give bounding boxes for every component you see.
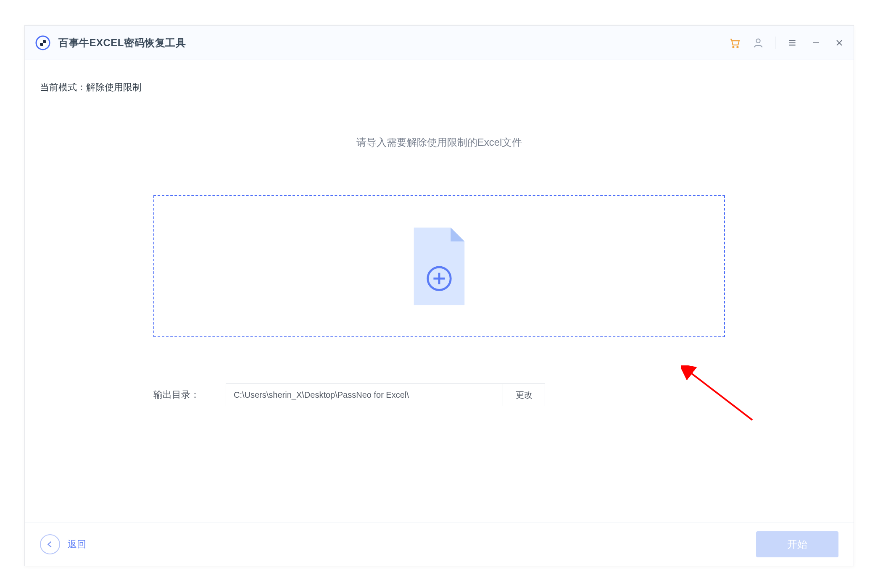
output-label: 输出目录：: [153, 388, 212, 401]
file-dropzone[interactable]: [153, 195, 725, 337]
output-field-group: 更改: [226, 383, 545, 406]
svg-point-4: [733, 46, 734, 47]
back-label: 返回: [68, 538, 86, 551]
output-path-input[interactable]: [226, 384, 503, 406]
mode-prefix: 当前模式：: [40, 82, 86, 92]
start-button[interactable]: 开始: [756, 531, 838, 557]
titlebar-actions: [728, 36, 846, 50]
file-add-icon: [410, 224, 469, 308]
main-content: 当前模式：解除使用限制 请导入需要解除使用限制的Excel文件 输出目录： 更改: [25, 60, 854, 522]
output-row: 输出目录： 更改: [153, 383, 725, 406]
back-arrow-icon: [40, 534, 60, 554]
app-logo-icon: [35, 35, 51, 51]
import-prompt: 请导入需要解除使用限制的Excel文件: [40, 136, 838, 149]
svg-rect-2: [40, 40, 43, 43]
cart-icon[interactable]: [728, 36, 741, 50]
titlebar: 百事牛EXCEL密码恢复工具: [25, 26, 854, 60]
titlebar-divider: [775, 37, 775, 49]
svg-point-6: [756, 39, 760, 42]
app-window: 百事牛EXCEL密码恢复工具: [24, 25, 854, 566]
svg-point-5: [737, 46, 738, 47]
footer: 返回 开始: [25, 522, 854, 566]
minimize-icon[interactable]: [809, 36, 822, 50]
svg-rect-3: [43, 43, 46, 46]
menu-icon[interactable]: [786, 36, 799, 50]
close-icon[interactable]: [833, 36, 846, 50]
back-button[interactable]: 返回: [40, 534, 86, 554]
app-title: 百事牛EXCEL密码恢复工具: [58, 36, 186, 50]
change-output-button[interactable]: 更改: [503, 384, 545, 406]
mode-value: 解除使用限制: [86, 82, 142, 92]
current-mode: 当前模式：解除使用限制: [40, 81, 838, 94]
user-icon[interactable]: [751, 36, 765, 50]
